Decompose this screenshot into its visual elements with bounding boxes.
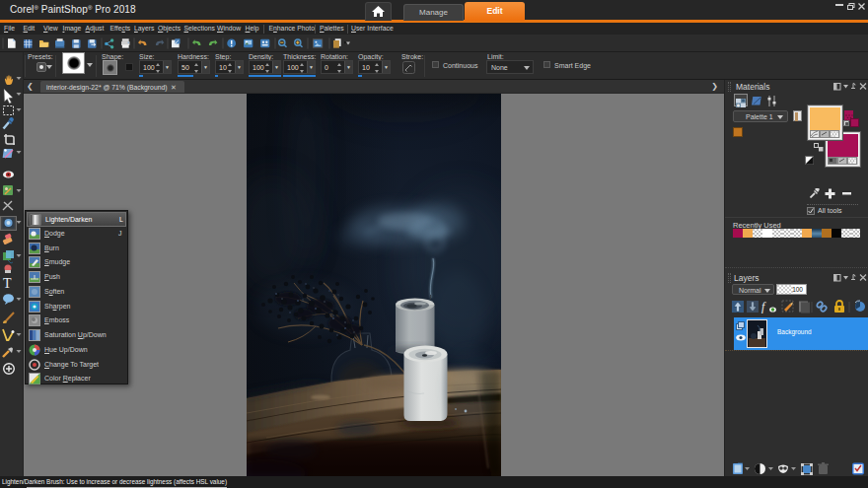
svg-text:T: T (3, 276, 12, 291)
svg-text:f: f (761, 300, 766, 314)
